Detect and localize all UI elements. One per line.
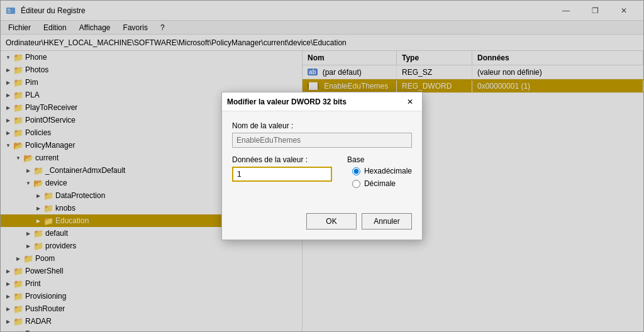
modal-body: Nom de la valeur : Données de la valeur … bbox=[222, 111, 422, 208]
radio-group: Hexadécimale Décimale bbox=[352, 167, 412, 188]
modal-base-col: Base Hexadécimale Décimale bbox=[347, 155, 412, 188]
modal-close-button[interactable]: ✕ bbox=[403, 95, 417, 109]
radio-hex-input[interactable] bbox=[352, 167, 360, 175]
radio-dec-label: Décimale bbox=[364, 179, 396, 188]
modal-data-row: Données de la valeur : Base Hexadécimale… bbox=[232, 155, 412, 188]
modal-name-input[interactable] bbox=[232, 133, 412, 148]
radio-dec-input[interactable] bbox=[352, 180, 360, 188]
modal-base-label: Base bbox=[347, 155, 412, 164]
radio-hex-label: Hexadécimale bbox=[364, 167, 412, 175]
modal-overlay: Modifier la valeur DWORD 32 bits ✕ Nom d… bbox=[0, 0, 644, 332]
modal-footer: OK Annuler bbox=[222, 208, 422, 240]
modal-data-label: Données de la valeur : bbox=[232, 155, 332, 164]
modal-name-label: Nom de la valeur : bbox=[232, 121, 412, 130]
modal-data-input[interactable] bbox=[232, 167, 332, 182]
modal-dialog: Modifier la valeur DWORD 32 bits ✕ Nom d… bbox=[221, 92, 423, 240]
modal-titlebar: Modifier la valeur DWORD 32 bits ✕ bbox=[222, 92, 422, 111]
modal-data-col: Données de la valeur : bbox=[232, 155, 332, 182]
modal-cancel-button[interactable]: Annuler bbox=[362, 213, 412, 230]
radio-dec[interactable]: Décimale bbox=[352, 179, 412, 188]
radio-hex[interactable]: Hexadécimale bbox=[352, 167, 412, 175]
modal-title: Modifier la valeur DWORD 32 bits bbox=[227, 97, 347, 106]
modal-ok-button[interactable]: OK bbox=[306, 213, 357, 230]
